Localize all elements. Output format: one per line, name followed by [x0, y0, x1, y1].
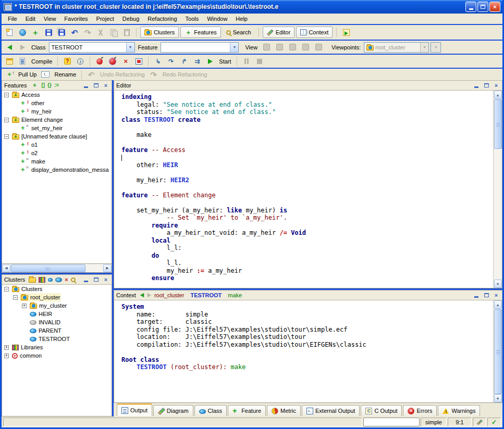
editor-maximize-button[interactable] — [483, 82, 490, 89]
menu-debug[interactable]: Debug — [118, 15, 143, 23]
history-back-button[interactable] — [4, 42, 15, 53]
menu-project[interactable]: Project — [92, 15, 118, 23]
context-vertical-scrollbar[interactable]: ▲ ▼ — [493, 300, 502, 402]
editor-code-area[interactable]: indexing legal: "See notice at end of cl… — [114, 91, 493, 288]
view-flat-button[interactable] — [287, 42, 298, 53]
feature-item-o1[interactable]: +o1 — [2, 141, 112, 149]
context-maximize-button[interactable] — [483, 292, 490, 299]
save-all-button[interactable] — [56, 27, 67, 38]
scroll-right-button[interactable]: ▶ — [103, 264, 112, 272]
remove-item-icon[interactable]: × — [65, 276, 68, 283]
context-minimize-button[interactable] — [473, 292, 480, 299]
expand-icon[interactable]: + — [4, 345, 9, 350]
tab-errors[interactable]: ×Errors — [403, 405, 437, 416]
pause-button[interactable] — [241, 56, 252, 67]
scroll-up-button[interactable]: ▲ — [494, 91, 502, 99]
tab-diagram[interactable]: Diagram — [153, 405, 193, 416]
show-breakpoints-button[interactable] — [133, 56, 144, 67]
breadcrumb-feature[interactable]: make — [228, 292, 242, 298]
context-back-icon[interactable] — [140, 293, 144, 298]
window-maximize-button[interactable] — [477, 2, 488, 12]
cluster-item-heir[interactable]: HEIR — [2, 310, 112, 318]
menu-favorites[interactable]: Favorites — [60, 15, 92, 23]
scrollbar-thumb[interactable] — [494, 99, 502, 149]
tab-warnings[interactable]: Warnings — [438, 405, 480, 416]
tab-output[interactable]: Output — [117, 403, 152, 416]
title-bar[interactable]: * TESTROOT in cluster root_cluster locat… — [2, 0, 502, 14]
melt-button[interactable] — [4, 56, 15, 67]
class-combobox[interactable]: TESTROOT ▼ — [49, 42, 135, 53]
clusters-minimize-button[interactable] — [82, 276, 90, 283]
run-no-breakpoints-button[interactable]: ⇉ — [191, 56, 203, 67]
feature-item-element-change[interactable]: −Element change — [2, 116, 112, 124]
new-window-button[interactable] — [4, 27, 15, 38]
copy-button[interactable] — [108, 27, 119, 38]
cut-button[interactable] — [95, 27, 106, 38]
step-into-button[interactable]: ↳ — [152, 56, 164, 67]
expand-icon[interactable]: + — [22, 304, 27, 308]
features-toggle-button[interactable]: + Features — [180, 27, 220, 38]
tab-external-output[interactable]: >_External Output — [302, 405, 360, 416]
tab-class[interactable]: Class — [194, 405, 227, 416]
cluster-item-invalid[interactable]: INVALID — [2, 318, 112, 326]
undo-button[interactable]: ↶ — [69, 27, 80, 38]
chevron-down-icon[interactable]: ▼ — [126, 43, 134, 52]
start-button-label[interactable]: Start — [217, 58, 232, 65]
feature-combobox[interactable]: ▼ — [161, 42, 239, 53]
feature-item-make[interactable]: +make — [2, 157, 112, 166]
menu-file[interactable]: File — [4, 15, 21, 23]
menu-view[interactable]: View — [40, 15, 60, 23]
menu-window[interactable]: Window — [203, 15, 231, 23]
editor-vertical-scrollbar[interactable]: ▲ ▼ — [493, 91, 502, 288]
chevron-down-icon[interactable]: ▼ — [230, 43, 238, 52]
context-forward-icon[interactable] — [147, 293, 152, 298]
clusters-toggle-button[interactable]: Clusters — [140, 27, 179, 38]
feature-item-my-heir[interactable]: +my_heir — [2, 107, 112, 116]
feature-item-other[interactable]: +other — [2, 99, 112, 107]
features-tree[interactable]: −Access+other+my_heir−Element change+set… — [2, 90, 112, 264]
scroll-up-button[interactable]: ▲ — [494, 300, 502, 309]
cluster-item-libraries[interactable]: +Libraries — [2, 343, 112, 351]
rename-label[interactable]: Rename — [53, 71, 78, 78]
menu-tools[interactable]: Tools — [181, 15, 203, 23]
window-close-button[interactable]: × — [489, 2, 500, 12]
editor-toggle-button[interactable]: Editor — [263, 27, 295, 38]
cluster-item-testroot[interactable]: TESTROOT — [2, 335, 112, 343]
save-button[interactable] — [43, 27, 54, 38]
scrollbar-thumb[interactable] — [494, 309, 502, 394]
cluster-item-my-cluster[interactable]: +my_cluster — [2, 301, 112, 310]
breadcrumb-cluster[interactable]: root_cluster — [154, 292, 184, 298]
scroll-left-button[interactable]: ◀ — [2, 264, 10, 272]
new-cluster-icon[interactable] — [29, 277, 36, 283]
feature-item-o2[interactable]: +o2 — [2, 149, 112, 157]
undo-refactoring-button[interactable]: ↶ — [85, 69, 97, 80]
view-basic-button[interactable] — [261, 42, 272, 53]
braces-icon[interactable]: {} — [47, 82, 52, 89]
clusters-tree[interactable]: −Clusters−root_cluster+my_clusterHEIRINV… — [2, 284, 112, 417]
paste-button[interactable] — [121, 27, 132, 38]
features-maximize-button[interactable] — [92, 82, 100, 89]
features-minimize-button[interactable] — [82, 82, 90, 89]
window-minimize-button[interactable] — [465, 2, 476, 12]
add-class-button[interactable]: + — [30, 27, 41, 38]
disable-breakpoints-button[interactable] — [107, 56, 118, 67]
start-button[interactable] — [204, 56, 216, 67]
new-feature-button[interactable]: + — [30, 81, 39, 90]
info-button[interactable]: i — [75, 56, 86, 67]
freeze-button[interactable] — [17, 56, 28, 67]
compile-button[interactable]: Compile — [30, 58, 54, 65]
scroll-down-button[interactable]: ▼ — [494, 394, 502, 402]
collapse-icon[interactable]: − — [4, 93, 9, 97]
brackets-icon[interactable]: [] — [41, 82, 45, 89]
scroll-down-button[interactable]: ▼ — [494, 280, 502, 288]
feature-item--unnamed-feature-clause-[interactable]: −[Unnamed feature clause] — [2, 132, 112, 141]
features-horizontal-scrollbar[interactable]: ◀ ▶ — [2, 264, 112, 273]
expand-icon[interactable]: + — [4, 354, 9, 358]
menu-help[interactable]: Help — [231, 15, 252, 23]
cluster-item-common[interactable]: +common — [2, 351, 112, 360]
remove-breakpoints-button[interactable]: × — [120, 56, 131, 67]
view-interface-button[interactable] — [313, 42, 324, 53]
step-over-button[interactable]: ↷ — [165, 56, 177, 67]
tab-feature[interactable]: Feature — [228, 405, 266, 416]
search-icon[interactable] — [71, 277, 76, 282]
